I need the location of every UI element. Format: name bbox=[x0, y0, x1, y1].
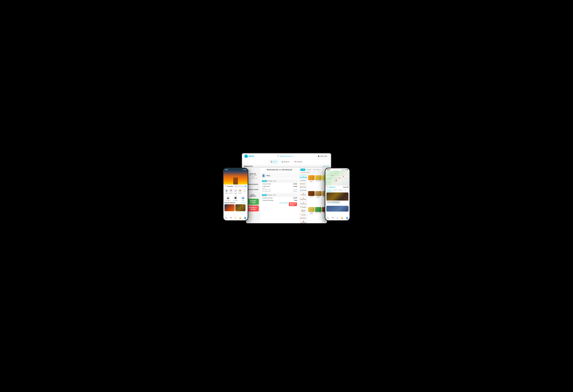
pos-order-id-2: #0002 bbox=[262, 194, 267, 196]
phone-icon: 📱 bbox=[318, 155, 320, 157]
phone-left-search[interactable]: 🔍 allzin'de ara bbox=[234, 185, 244, 188]
phone-right-tab-gezginler[interactable]: Gezginler bbox=[338, 189, 344, 192]
pos-food-img-2 bbox=[315, 175, 322, 180]
download-button[interactable]: 📱 allzin'i İndir bbox=[316, 155, 329, 158]
pos-cat-soups[interactable]: 🥣 Çorbalar bbox=[299, 189, 307, 192]
collect-payment-button[interactable]: ÖDEME AL38.00₺ bbox=[247, 205, 259, 212]
pos-cat-manti[interactable]: 🥟 Mantılar bbox=[299, 213, 307, 216]
map-pin-3: 📍 bbox=[342, 176, 344, 178]
phone-right-tab-etkinlikler[interactable]: Etkinlikler bbox=[332, 189, 338, 192]
wifi-right-icon: wifi bbox=[345, 169, 347, 170]
location-selector[interactable]: 📍 Beşiktaş İstanbul ▼ bbox=[276, 155, 295, 158]
pos-cat-fastfood[interactable]: 🍔 Fast Food bbox=[299, 209, 307, 213]
pos-food-item-1[interactable]: Mercimek Çorb... bbox=[308, 175, 315, 191]
phone-right-nav-search[interactable]: 🔍 bbox=[327, 217, 329, 219]
pos-item-name-4: 1 Mercimek Çorbası bbox=[262, 200, 273, 201]
nav-item-mekanlar[interactable]: 🏪 Mekanlar bbox=[280, 160, 291, 163]
phone-nav-bell[interactable]: 🔔 bbox=[239, 217, 241, 219]
phone-left-location-bar: 📍 Çengelköy 🔍 allzin'de ara 🌐 bbox=[224, 184, 248, 188]
pos-item-name-1: 1 Karışık Omlet bbox=[262, 183, 271, 185]
pos-cat-breakfast[interactable]: ☕ Kahvaltı bbox=[299, 179, 307, 182]
pos-food-item-5[interactable]: 3'lü Mini Hamb... bbox=[315, 191, 322, 207]
tablet-header: 🌐 allzin 📍 Beşiktaş İstanbul ▼ 📱 allzin'… bbox=[242, 153, 331, 159]
nav-item-etkinlikler[interactable]: 📅 Etkinlikler bbox=[292, 160, 304, 163]
phone-right-map[interactable]: 📍 📍 📌 📍 bbox=[325, 171, 349, 186]
phone-right-nav-location[interactable]: 📍 bbox=[332, 217, 334, 219]
app-name: allzin bbox=[249, 155, 254, 158]
pos-cat-grills[interactable]: 🥩 Izgararalar bbox=[299, 220, 307, 223]
pos-food-img-7 bbox=[308, 207, 315, 212]
map-view-btn[interactable]: Harita 🗺 bbox=[343, 186, 348, 188]
location-pin-icon: 📍 bbox=[277, 155, 279, 157]
pos-cat-snacks[interactable]: 🍿 Atıştırmalık... bbox=[299, 196, 307, 201]
phone-nav-search[interactable]: 🔍 bbox=[225, 217, 227, 219]
pos-cat-pasta[interactable]: 🍝 Makarnalar bbox=[299, 201, 307, 206]
phone-right-venue-card-2[interactable] bbox=[326, 206, 349, 212]
nav-location-icon: 📍 bbox=[230, 217, 232, 219]
popular-see-all[interactable]: Tümünü Gör bbox=[241, 202, 247, 203]
pos-food-item-2[interactable]: Soslu Patates ... bbox=[315, 175, 322, 191]
change-table-button[interactable]: MASA DEĞİŞTİR bbox=[247, 183, 259, 186]
phone-right-nav-calendar[interactable]: 🗓 bbox=[337, 217, 338, 219]
paid-button[interactable]: ÖDENDİ47.00₺ bbox=[247, 199, 259, 205]
pos-cat-omelets[interactable]: 🍳 Omletler bbox=[299, 186, 307, 189]
pos-collect-small-btn[interactable]: Ödeme Al38.00₺ bbox=[289, 202, 297, 206]
tablet-nav: 🎯 Keşfet 🏪 Mekanlar 📅 Etkinlikler bbox=[242, 159, 331, 164]
qr-order-button[interactable]: QR İLESİPARİŞ AL bbox=[247, 193, 259, 198]
phone-action-siparis[interactable]: 🛒 Sipariş ver bbox=[233, 189, 237, 195]
phone-action-social[interactable]: 👥 Sosyal bbox=[240, 196, 247, 201]
phone-venue-grid bbox=[224, 204, 248, 212]
search-icon: 🔍 bbox=[235, 186, 236, 187]
pos-food-item-8[interactable]: Mevsim Salata bbox=[315, 207, 322, 223]
map-pin-2: 📍 bbox=[339, 177, 340, 179]
pos-tab-dessert[interactable]: 🍰 Tatlı & Kahve bbox=[300, 171, 311, 174]
map-pin-selected: 📌 bbox=[335, 180, 337, 181]
popular-title: Popüler Mekanlar bbox=[225, 202, 235, 203]
print-check-button[interactable]: ADİSYON YAZDIR bbox=[247, 188, 259, 191]
phone-right-nav-profile[interactable]: 👤 bbox=[346, 217, 348, 219]
pos-sub-item-2: 0.25 Sade Omlet bbox=[262, 191, 271, 192]
nav-item-kesfet[interactable]: 🎯 Keşfet bbox=[269, 160, 279, 163]
pos-food-item-7[interactable]: Serpme Kahvaltı bbox=[308, 207, 315, 223]
phone-action-mekanlar[interactable]: 🏪 Mekanlar bbox=[224, 189, 229, 195]
phone-right-venue-card-1[interactable]: No. 54 Kebap&Steak 20,5 km · Şu an Açık … bbox=[326, 192, 349, 205]
phone-left-hero bbox=[224, 171, 248, 184]
nav-label-mekanlar: Mekanlar bbox=[284, 161, 289, 163]
phone-nav-profile[interactable]: 👤 bbox=[244, 217, 246, 219]
pos-cat-campaigns[interactable]: 🏷 Kampanyalar bbox=[299, 175, 307, 179]
pos-item-name-3: 1 İşkembe Çorbası bbox=[262, 197, 273, 199]
pos-food-item-4[interactable]: Izgara Et bbox=[308, 191, 315, 207]
phone-right-tab-mekanlar[interactable]: Mekanlar bbox=[326, 189, 332, 192]
nav-bell-icon: 🔔 bbox=[239, 217, 241, 219]
phone-action-qr[interactable]: ⬛ QR Tarayıcı bbox=[232, 196, 239, 201]
phone-action-etkinlikler[interactable]: 📅 Etkinlikler bbox=[229, 189, 233, 195]
phone-right-nav-bell[interactable]: 🔔 bbox=[341, 217, 343, 219]
phone-nav-location[interactable]: 📍 bbox=[230, 217, 232, 219]
pos-tab-all[interactable]: Tümü bbox=[300, 169, 305, 171]
pos-tab-breakfast[interactable]: Kahvaltı bbox=[306, 169, 312, 171]
pos-tab-main[interactable]: Ana Yemek bbox=[313, 169, 321, 171]
mekanlar-label: Mekanlar bbox=[225, 193, 228, 194]
phone-action-share[interactable]: 📸 An'ı Paylaş bbox=[224, 196, 232, 201]
pos-payment-breakdown-link[interactable]: › Ödeme Dökümü bbox=[279, 202, 288, 206]
pos-order-tag-2: #0002 allzincafe 15:35 bbox=[261, 194, 298, 197]
see-all-link[interactable]: Tümünü gör bbox=[322, 165, 329, 167]
pos-cat-kofte[interactable]: 🍖 Köfteler bbox=[299, 216, 307, 220]
pos-cat-salads[interactable]: 🥗 Salatalar bbox=[299, 206, 307, 209]
phone-venue-1[interactable] bbox=[224, 204, 235, 211]
pos-order-item-3: 1 İşkembe Çorbası 25.00₺ bbox=[261, 197, 298, 199]
pos-cat-sandwiches[interactable]: 🥪 Sandviçler bbox=[299, 192, 307, 196]
phone-right-tab-ark[interactable]: Ark... bbox=[344, 189, 349, 192]
phone-action-pay[interactable]: 💳 allzinPAY bbox=[238, 189, 242, 195]
pos-item-sub-2: 0.25 Sade Omlet Ödendi bbox=[261, 191, 298, 192]
phone-nav-calendar[interactable]: 🗓 bbox=[235, 217, 236, 219]
calendar-icon: 📅 bbox=[294, 161, 296, 163]
right-nav-bell-icon: 🔔 bbox=[341, 217, 343, 219]
siparis-label: Sipariş ver bbox=[233, 193, 237, 195]
phone-venue-2[interactable] bbox=[235, 204, 246, 211]
phone-popular-header: Popüler Mekanlar Tümünü Gör bbox=[224, 201, 248, 204]
pos-cat-toasts[interactable]: 🍞 Tostlar bbox=[299, 182, 307, 186]
phone-left-time: 10:23 bbox=[225, 169, 228, 170]
pos-orders-title: MÜŞTERİLER ve SİPARİŞLER bbox=[262, 169, 298, 171]
battery-icon: ▌ bbox=[246, 169, 246, 170]
